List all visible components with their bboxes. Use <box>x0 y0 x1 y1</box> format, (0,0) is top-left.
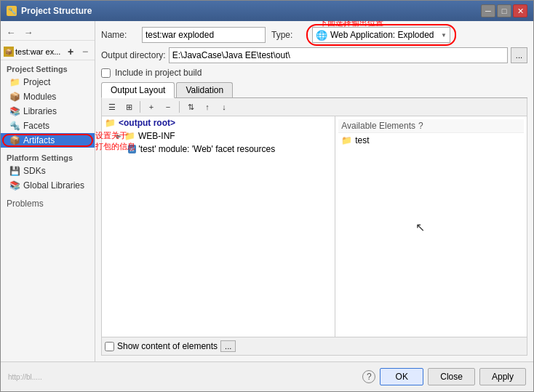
tree-item-test-module[interactable]: w 'test' module: 'Web' facet resources <box>102 143 335 156</box>
toolbar-list-view-button[interactable]: ☰ <box>105 100 119 113</box>
window-icon: 🔧 <box>7 6 17 16</box>
sidebar-item-libraries[interactable]: 📚 Libraries <box>1 104 95 119</box>
name-input[interactable] <box>142 27 266 43</box>
modules-icon: 📦 <box>9 92 20 102</box>
available-elements-label: Available Elements <box>341 121 415 131</box>
available-test-icon: 📁 <box>341 135 352 145</box>
sidebar-item-project[interactable]: 📁 Project <box>1 75 95 89</box>
tab-output-layout[interactable]: Output Layout <box>101 82 175 98</box>
artifact-type-icon: 📦 <box>4 47 14 57</box>
sidebar-toolbar: ← → <box>1 24 95 41</box>
available-elements-header: Available Elements ? <box>338 119 524 133</box>
toolbar-separator-2 <box>179 101 180 113</box>
tree-item-web-inf[interactable]: ▶ 📁 WEB-INF <box>102 129 335 143</box>
toolbar-remove-button[interactable]: − <box>161 100 175 113</box>
show-content-checkbox[interactable] <box>105 342 114 351</box>
type-label: Type: <box>271 30 306 40</box>
maximize-button[interactable]: □ <box>497 4 511 17</box>
toolbar-grid-view-button[interactable]: ⊞ <box>121 100 136 113</box>
project-structure-window: 🔧 Project Structure ─ □ ✕ ← → 📦 test:war… <box>0 0 534 392</box>
ok-button[interactable]: OK <box>380 368 423 385</box>
show-content-row: Show content of elements ... <box>101 337 527 356</box>
sidebar: ← → 📦 test:war ex... + − Project Setting… <box>1 21 95 361</box>
close-button-footer[interactable]: Close <box>428 368 475 385</box>
sidebar-item-modules[interactable]: 📦 Modules <box>1 89 95 104</box>
left-tree-panel: 📁 <output root> ▶ 📁 WEB-INF w 'test' mod… <box>102 116 335 337</box>
toolbar-separator-1 <box>140 101 140 113</box>
sidebar-item-artifacts[interactable]: 📦 Artifacts <box>1 133 95 148</box>
output-root-icon: 📁 <box>105 118 116 128</box>
tabs-bar: Output Layout Validation <box>101 82 527 98</box>
toolbar-add-button[interactable]: + <box>144 100 159 113</box>
web-inf-folder-icon: 📁 <box>124 131 135 141</box>
type-dropdown-icon: 🌐 <box>316 30 327 41</box>
right-panel: Available Elements ? 📁 test <box>335 116 527 337</box>
main-panel: Name: Type: 🌐 Web Application: Exploded … <box>95 21 533 361</box>
sdks-icon: 💾 <box>9 166 20 176</box>
name-label: Name: <box>101 30 136 40</box>
global-libraries-icon: 📚 <box>9 180 20 191</box>
toolbar-sort-button[interactable]: ⇅ <box>183 100 198 113</box>
toolbar-move-down-button[interactable]: ↓ <box>217 100 231 113</box>
tab-validation[interactable]: Validation <box>176 82 233 97</box>
output-label: Output directory: <box>101 50 166 60</box>
type-dropdown-wrapper: 🌐 Web Application: Exploded ▼ 打成war包下面选择… <box>312 27 450 43</box>
include-project-build-checkbox[interactable] <box>101 68 111 78</box>
sidebar-item-sdks[interactable]: 💾 SDKs <box>1 164 95 178</box>
artifacts-container: 📦 Artifacts 设置关于打包的信息 <box>1 133 95 148</box>
minimize-button[interactable]: ─ <box>481 4 495 17</box>
artifact-name: test:war ex... <box>15 47 63 56</box>
available-item-test[interactable]: 📁 test <box>338 133 524 148</box>
add-artifact-button[interactable]: + <box>64 45 77 58</box>
include-project-build-label[interactable]: Include in project build <box>115 68 202 78</box>
close-button[interactable]: ✕ <box>513 4 527 17</box>
back-button[interactable]: ← <box>4 25 18 39</box>
sidebar-item-global-libraries[interactable]: 📚 Global Libraries <box>1 178 95 193</box>
watermark-text: http://bl..... <box>8 373 355 381</box>
type-dropdown-text: Web Application: Exploded <box>330 30 438 40</box>
test-module-icon: w <box>128 145 136 153</box>
sidebar-item-problems[interactable]: Problems <box>1 196 95 212</box>
dropdown-arrow-icon: ▼ <box>441 32 447 39</box>
project-icon: 📁 <box>9 77 20 87</box>
footer: http://bl..... ? OK Close Apply <box>1 361 533 391</box>
available-elements-help-icon[interactable]: ? <box>418 121 423 131</box>
tree-item-output-root[interactable]: 📁 <output root> <box>102 116 335 129</box>
content-toolbar: ☰ ⊞ + − ⇅ ↑ ↓ <box>101 98 527 116</box>
expand-arrow-icon: ▶ <box>116 132 121 140</box>
output-directory-row: Output directory: ... <box>101 47 527 63</box>
sidebar-item-facets[interactable]: 🔩 Facets <box>1 119 95 133</box>
title-bar-controls: ─ □ ✕ <box>481 4 527 17</box>
forward-button[interactable]: → <box>21 25 36 39</box>
apply-button[interactable]: Apply <box>479 368 526 385</box>
platform-settings-section: Platform Settings <box>1 151 95 164</box>
name-type-row: Name: Type: 🌐 Web Application: Exploded … <box>101 27 527 43</box>
title-bar-left: 🔧 Project Structure <box>7 6 92 16</box>
split-pane: 📁 <output root> ▶ 📁 WEB-INF w 'test' mod… <box>101 116 527 337</box>
browse-button[interactable]: ... <box>511 47 527 63</box>
show-content-button[interactable]: ... <box>220 340 236 352</box>
libraries-icon: 📚 <box>9 106 20 116</box>
help-button[interactable]: ? <box>362 370 375 383</box>
type-dropdown[interactable]: 🌐 Web Application: Exploded ▼ <box>312 27 450 43</box>
project-settings-section: Project Settings <box>1 62 95 75</box>
toolbar-move-up-button[interactable]: ↑ <box>200 100 215 113</box>
output-directory-input[interactable] <box>169 47 508 63</box>
remove-artifact-button[interactable]: − <box>79 45 92 58</box>
show-content-label[interactable]: Show content of elements <box>117 341 218 351</box>
artifacts-icon: 📦 <box>9 135 20 145</box>
include-project-build-row: Include in project build <box>101 68 527 78</box>
title-bar: 🔧 Project Structure ─ □ ✕ <box>1 1 533 21</box>
content-area: ← → 📦 test:war ex... + − Project Setting… <box>1 21 533 361</box>
window-title: Project Structure <box>21 6 92 16</box>
facets-icon: 🔩 <box>9 121 20 131</box>
